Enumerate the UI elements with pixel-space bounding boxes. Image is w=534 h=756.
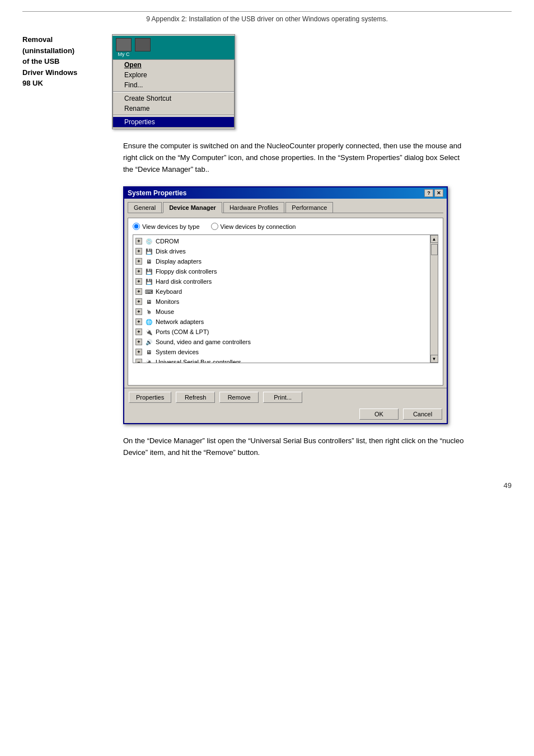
radio-view-type[interactable]: View devices by type: [133, 223, 200, 230]
device-list-wrapper: + 💿 CDROM + 💾 Disk drives: [133, 234, 438, 363]
device-label: Universal Serial Bus controllers: [156, 359, 241, 363]
expand-icon[interactable]: +: [135, 298, 142, 305]
context-item-explore[interactable]: Explore: [113, 70, 234, 80]
dialog-button-row: Properties Refresh Remove Print...: [124, 388, 447, 405]
device-icon: 🔌: [144, 327, 153, 336]
device-icon: 🖱: [144, 307, 153, 316]
section-label: Removal (uninstallation) of the USB Driv…: [22, 34, 95, 89]
cancel-button[interactable]: Cancel: [403, 408, 442, 420]
expand-icon[interactable]: +: [135, 258, 142, 265]
tab-hardware-profiles[interactable]: Hardware Profiles: [223, 202, 284, 213]
dialog-box: System Properties ? ✕ General Device Man…: [123, 186, 448, 424]
device-icon: 💾: [144, 277, 153, 286]
system-properties-dialog: System Properties ? ✕ General Device Man…: [123, 186, 448, 424]
tab-performance[interactable]: Performance: [285, 202, 333, 213]
device-label: Sound, video and game controllers: [156, 339, 251, 345]
device-label: Disk drives: [156, 248, 186, 255]
device-icon: 🖥: [144, 297, 153, 306]
device-icon: 🖥: [144, 348, 153, 356]
device-item[interactable]: − 🔌 Universal Serial Bus controllers: [134, 357, 429, 363]
page-container: 9 Appendix 2: Installation of the USB dr…: [0, 0, 534, 756]
device-icon: 💾: [144, 247, 153, 256]
radio-view-connection-input[interactable]: [211, 223, 218, 230]
expand-icon[interactable]: +: [135, 349, 142, 355]
label-line4: Driver Windows: [22, 68, 77, 77]
dialog-title: System Properties: [128, 189, 186, 197]
device-icon: 🖥: [144, 257, 153, 266]
label-line2: (uninstallation): [22, 46, 74, 55]
device-list[interactable]: + 💿 CDROM + 💾 Disk drives: [133, 234, 430, 363]
help-button[interactable]: ?: [424, 189, 433, 197]
device-label: Monitors: [156, 298, 179, 305]
device-item[interactable]: + 🌐 Network adapters: [134, 317, 429, 327]
device-label: Mouse: [156, 308, 174, 315]
section-wrapper: Removal (uninstallation) of the USB Driv…: [22, 34, 512, 129]
device-item[interactable]: + 💾 Disk drives: [134, 246, 429, 256]
expand-icon[interactable]: +: [135, 248, 142, 255]
device-label: Keyboard: [156, 288, 182, 295]
device-item[interactable]: + 🔌 Ports (COM & LPT): [134, 327, 429, 337]
device-item[interactable]: + 💿 CDROM: [134, 236, 429, 246]
device-label: System devices: [156, 349, 199, 355]
label-line1: Removal: [22, 35, 53, 44]
scroll-down-arrow[interactable]: ▼: [430, 355, 438, 363]
ok-button[interactable]: OK: [359, 408, 399, 420]
header-rule: 9 Appendix 2: Installation of the USB dr…: [22, 11, 512, 23]
expand-icon[interactable]: +: [135, 268, 142, 275]
expand-icon[interactable]: +: [135, 308, 142, 315]
radio-view-connection[interactable]: View devices by connection: [211, 223, 296, 230]
device-item[interactable]: + 💾 Hard disk controllers: [134, 276, 429, 287]
scroll-thumb[interactable]: [431, 244, 438, 255]
label-line3: of the USB: [22, 57, 59, 65]
device-item[interactable]: + 🖥 Display adapters: [134, 256, 429, 266]
dialog-ok-cancel-row: OK Cancel: [124, 405, 447, 423]
context-item-find[interactable]: Find...: [113, 80, 234, 90]
device-label: Network adapters: [156, 318, 204, 325]
scrollbar[interactable]: ▲ ▼: [430, 234, 438, 363]
context-item-open[interactable]: Open: [113, 60, 234, 70]
device-icon: 🔊: [144, 337, 153, 346]
device-item[interactable]: + ⌨ Keyboard: [134, 287, 429, 297]
scroll-up-arrow[interactable]: ▲: [430, 235, 438, 243]
radio-view-connection-label: View devices by connection: [221, 223, 296, 230]
context-item-shortcut[interactable]: Create Shortcut: [113, 93, 234, 104]
device-item[interactable]: + 🖥 System devices: [134, 347, 429, 357]
expand-icon[interactable]: +: [135, 339, 142, 345]
context-menu-screenshot: My C Open Explore Find... Create Sho: [112, 34, 235, 129]
expand-icon[interactable]: −: [135, 359, 142, 363]
device-label: Display adapters: [156, 258, 202, 265]
print-button[interactable]: Print...: [263, 392, 302, 403]
tab-content-wrapper: View devices by type View devices by con…: [124, 218, 447, 388]
close-button[interactable]: ✕: [434, 189, 443, 197]
device-label: Floppy disk controllers: [156, 268, 217, 275]
expand-icon[interactable]: +: [135, 328, 142, 335]
device-label: Ports (COM & LPT): [156, 328, 209, 335]
expand-icon[interactable]: +: [135, 318, 142, 325]
device-item[interactable]: + 🖱 Mouse: [134, 307, 429, 317]
page-number: 49: [22, 481, 512, 490]
refresh-button[interactable]: Refresh: [176, 392, 215, 403]
tab-device-manager[interactable]: Device Manager: [163, 202, 222, 213]
device-icon: 🔌: [144, 358, 153, 363]
device-icon: ⌨: [144, 287, 153, 296]
device-icon: 💿: [144, 237, 153, 246]
expand-icon[interactable]: +: [135, 238, 142, 245]
expand-icon[interactable]: +: [135, 278, 142, 285]
radio-view-type-input[interactable]: [133, 223, 140, 230]
context-item-properties[interactable]: Properties: [113, 117, 234, 127]
remove-button[interactable]: Remove: [219, 392, 259, 403]
device-label: CDROM: [156, 238, 179, 245]
device-item[interactable]: + 💾 Floppy disk controllers: [134, 266, 429, 276]
device-icon: 💾: [144, 267, 153, 276]
footer-text: On the “Device Manager” list open the “U…: [123, 435, 470, 459]
tab-general[interactable]: General: [128, 202, 162, 213]
description-text: Ensure the computer is switched on and t…: [123, 140, 470, 175]
properties-button[interactable]: Properties: [129, 392, 171, 403]
device-item[interactable]: + 🖥 Monitors: [134, 297, 429, 307]
radio-view-type-label: View devices by type: [142, 223, 200, 230]
device-item[interactable]: + 🔊 Sound, video and game controllers: [134, 337, 429, 347]
expand-icon[interactable]: +: [135, 288, 142, 295]
context-item-rename[interactable]: Rename: [113, 104, 234, 114]
header-text: 9 Appendix 2: Installation of the USB dr…: [146, 15, 388, 23]
titlebar-buttons: ? ✕: [424, 189, 443, 197]
